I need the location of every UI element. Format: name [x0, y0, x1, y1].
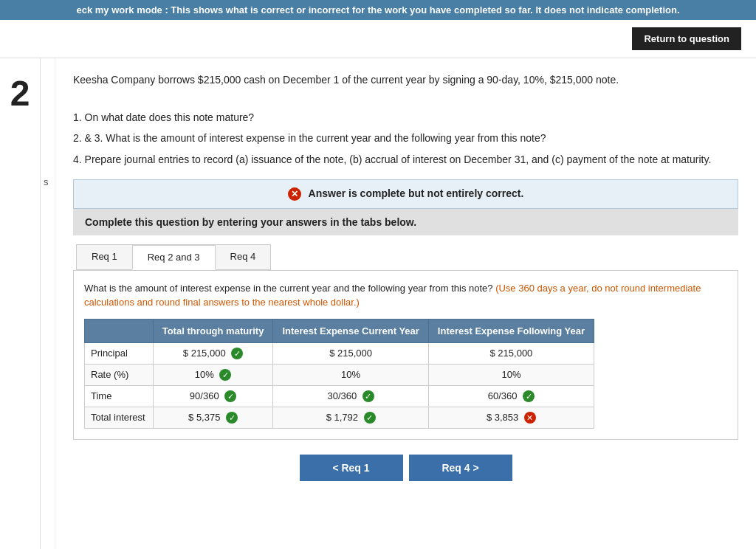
table-row: Total interest $ 5,375 ✓ $ 1,792 ✓ $ 3,8…	[85, 407, 594, 428]
tab-question-part1: What is the amount of interest expense i…	[84, 283, 493, 294]
header-row: Return to question	[0, 20, 756, 58]
principal-following: $ 215,000	[428, 342, 594, 364]
col-header-following: Interest Expense Following Year	[428, 319, 594, 342]
time-current: 30/360 ✓	[273, 385, 428, 407]
total-interest-current: $ 1,792 ✓	[273, 407, 428, 428]
check-icon-red: ✕	[524, 412, 536, 424]
question-item-3: 4. Prepare journal entries to record (a)…	[73, 151, 738, 168]
status-x-icon: ✕	[288, 187, 301, 201]
tab-question: What is the amount of interest expense i…	[84, 281, 727, 310]
principal-total: $ 215,000 ✓	[153, 342, 273, 364]
check-icon-green: ✓	[231, 348, 243, 359]
row-label-time: Time	[85, 385, 154, 407]
question-item-2: 2. & 3. What is the amount of interest e…	[73, 130, 738, 146]
tab-content: What is the amount of interest expense i…	[73, 270, 738, 440]
banner-text: eck my work mode : This shows what is co…	[76, 4, 679, 15]
content-area: Keesha Company borrows $215,000 cash on …	[55, 58, 756, 549]
row-label-total-interest: Total interest	[85, 407, 154, 428]
col-header-label	[85, 319, 154, 342]
interest-table: Total through maturity Interest Expense …	[84, 319, 594, 429]
check-icon-green: ✓	[226, 412, 238, 424]
sidebar-s-label: s	[41, 58, 55, 549]
rate-total: 10% ✓	[153, 364, 273, 385]
rate-current: 10%	[273, 364, 428, 385]
table-row: Rate (%) 10% ✓ 10% 10%	[85, 364, 594, 385]
time-following: 60/360 ✓	[428, 385, 594, 407]
check-icon-green: ✓	[364, 412, 376, 424]
question-item-1: 1. On what date does this note mature?	[73, 109, 738, 125]
nav-buttons: < Req 1 Req 4 >	[73, 455, 738, 481]
tab-req4[interactable]: Req 4	[216, 244, 272, 270]
col-header-current: Interest Expense Current Year	[273, 319, 428, 342]
check-icon-green: ✓	[224, 390, 236, 402]
check-icon-green: ✓	[362, 390, 374, 402]
question-body: Keesha Company borrows $215,000 cash on …	[73, 72, 738, 168]
tab-req1[interactable]: Req 1	[76, 244, 132, 270]
next-req-button[interactable]: Req 4 >	[409, 455, 512, 481]
tab-req2and3[interactable]: Req 2 and 3	[132, 244, 216, 270]
check-icon-green: ✓	[523, 390, 535, 402]
return-to-question-button[interactable]: Return to question	[632, 27, 741, 50]
check-icon-green: ✓	[219, 369, 231, 381]
total-interest-total: $ 5,375 ✓	[153, 407, 273, 428]
col-header-total: Total through maturity	[153, 319, 273, 342]
principal-current: $ 215,000	[273, 342, 428, 364]
top-banner: eck my work mode : This shows what is co…	[0, 0, 756, 20]
total-interest-following: $ 3,853 ✕	[428, 407, 594, 428]
table-row: Time 90/360 ✓ 30/360 ✓ 60/360 ✓	[85, 385, 594, 407]
table-row: Principal $ 215,000 ✓ $ 215,000 $ 215,00…	[85, 342, 594, 364]
instruction-text: Complete this question by entering your …	[85, 216, 416, 228]
rate-following: 10%	[428, 364, 594, 385]
answer-status-banner: ✕ Answer is complete but not entirely co…	[73, 179, 738, 209]
question-intro: Keesha Company borrows $215,000 cash on …	[73, 72, 738, 88]
row-label-principal: Principal	[85, 342, 154, 364]
row-label-rate: Rate (%)	[85, 364, 154, 385]
main-layout: 2 s Keesha Company borrows $215,000 cash…	[0, 58, 756, 549]
tabs-container: Req 1 Req 2 and 3 Req 4	[73, 244, 738, 270]
answer-status-text: Answer is complete but not entirely corr…	[309, 187, 524, 199]
instruction-bar: Complete this question by entering your …	[73, 209, 738, 235]
question-number: 2	[0, 58, 41, 549]
time-total: 90/360 ✓	[153, 385, 273, 407]
prev-req-button[interactable]: < Req 1	[300, 455, 403, 481]
